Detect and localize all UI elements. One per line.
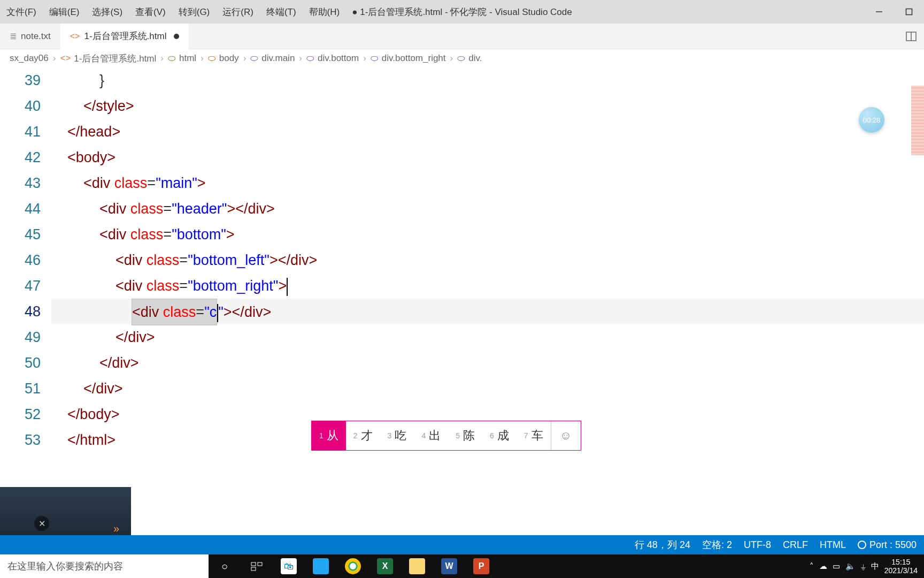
menu-run[interactable]: 运行(R) — [216, 6, 260, 18]
window-minimize-button[interactable] — [864, 0, 894, 24]
chevron-right-icon: › — [363, 53, 366, 64]
chevron-right-icon: › — [201, 53, 204, 64]
taskbar-app-chrome[interactable] — [337, 554, 369, 578]
tab-label: note.txt — [21, 31, 51, 42]
windows-taskbar: 在这里输入你要搜索的内容 ○ 🛍 X W P ˄ ☁ ▭ 🔈 ⏚ 中 15:15… — [0, 554, 924, 578]
status-cursor-position[interactable]: 行 48，列 24 — [635, 538, 690, 551]
secondary-cursor — [287, 278, 288, 296]
menu-edit[interactable]: 编辑(E) — [43, 6, 86, 18]
status-encoding[interactable]: UTF-8 — [744, 539, 771, 551]
dirty-indicator-icon — [174, 34, 179, 39]
svg-rect-5 — [258, 562, 262, 566]
breadcrumb[interactable]: sx_day06 › <>1-后台管理系统.html › ⬭html › ⬭bo… — [0, 49, 924, 67]
screen-recorder-timer[interactable]: 00:28 — [859, 107, 884, 133]
tray-volume-icon[interactable]: 🔈 — [845, 561, 856, 571]
cortana-icon[interactable]: ○ — [209, 554, 241, 578]
svg-rect-1 — [906, 9, 912, 15]
tray-wifi-icon[interactable]: ⏚ — [861, 562, 866, 571]
menu-help[interactable]: 帮助(H) — [303, 6, 346, 18]
status-bar: 行 48，列 24 空格: 2 UTF-8 CRLF HTML Port : 5… — [0, 535, 924, 554]
tray-date: 2021/3/14 — [884, 566, 918, 575]
video-overlay-thumbnail[interactable]: ✕ » — [0, 487, 131, 542]
tray-battery-icon[interactable]: ▭ — [833, 561, 840, 571]
status-live-server[interactable]: Port : 5500 — [858, 539, 917, 551]
svg-rect-4 — [251, 562, 256, 566]
tray-time: 15:15 — [884, 558, 918, 566]
breadcrumb-item[interactable]: ⬭div.bottom_right — [371, 53, 446, 64]
close-icon[interactable]: ✕ — [34, 516, 49, 531]
menu-file[interactable]: 文件(F) — [0, 6, 43, 18]
file-text-icon: ≣ — [10, 31, 17, 41]
timer-label: 00:28 — [863, 116, 881, 124]
file-html-icon: <> — [70, 32, 80, 41]
chevron-right-icon: › — [160, 53, 164, 64]
ime-emoji-button[interactable]: ☺ — [551, 421, 581, 450]
taskbar-app-vscode[interactable] — [305, 554, 337, 578]
breadcrumb-item[interactable]: ⬭div.main — [250, 53, 295, 64]
chevron-right-icon: › — [450, 53, 453, 64]
ime-candidate-list[interactable]: 1从 2才 3吃 4出 5陈 6成 7车 ☺ — [311, 421, 581, 451]
system-tray[interactable]: ˄ ☁ ▭ 🔈 ⏚ 中 15:15 2021/3/14 — [810, 558, 924, 575]
ime-candidate[interactable]: 3吃 — [380, 421, 414, 450]
expand-icon[interactable]: » — [113, 522, 119, 535]
breadcrumb-item[interactable]: ⬭div.bottom — [306, 53, 359, 64]
ime-candidate[interactable]: 2才 — [346, 421, 380, 450]
taskbar-app-powerpoint[interactable]: P — [465, 554, 497, 578]
menu-select[interactable]: 选择(S) — [86, 6, 129, 18]
tab-bar: ≣ note.txt <> 1-后台管理系统.html — [0, 24, 924, 49]
tray-clock[interactable]: 15:15 2021/3/14 — [884, 558, 918, 575]
menu-terminal[interactable]: 终端(T) — [260, 6, 303, 18]
menu-bar: 文件(F) 编辑(E) 选择(S) 查看(V) 转到(G) 运行(R) 终端(T… — [0, 0, 924, 24]
chevron-right-icon: › — [53, 53, 56, 64]
code-content[interactable]: } </style> </head> <body> <div class="ma… — [51, 67, 924, 453]
code-editor[interactable]: 394041424344454647484950515253 } </style… — [0, 67, 924, 496]
tab-note[interactable]: ≣ note.txt — [0, 24, 60, 49]
taskbar-app-excel[interactable]: X — [369, 554, 401, 578]
taskbar-app-word[interactable]: W — [433, 554, 465, 578]
breadcrumb-item[interactable]: <>1-后台管理系统.html — [60, 52, 156, 65]
menu-goto[interactable]: 转到(G) — [172, 6, 217, 18]
split-editor-icon[interactable] — [906, 31, 924, 42]
ime-candidate[interactable]: 5陈 — [448, 421, 482, 450]
status-indent[interactable]: 空格: 2 — [702, 538, 732, 551]
breadcrumb-item[interactable]: ⬭html — [168, 53, 196, 64]
ime-candidate[interactable]: 4出 — [414, 421, 448, 450]
tray-onedrive-icon[interactable]: ☁ — [819, 561, 827, 571]
tray-chevron-up-icon[interactable]: ˄ — [810, 561, 814, 571]
status-eol[interactable]: CRLF — [783, 539, 808, 551]
ime-candidate[interactable]: 6成 — [482, 421, 517, 450]
tab-label: 1-后台管理系统.html — [84, 30, 166, 42]
tab-html-active[interactable]: <> 1-后台管理系统.html — [60, 24, 189, 49]
taskbar-app-explorer[interactable] — [401, 554, 433, 578]
ime-candidate[interactable]: 7车 — [517, 421, 551, 450]
breadcrumb-item[interactable]: ⬭body — [208, 53, 239, 64]
task-view-icon[interactable] — [241, 554, 273, 578]
menu-view[interactable]: 查看(V) — [129, 6, 172, 18]
svg-rect-6 — [251, 567, 256, 571]
line-number-gutter: 394041424344454647484950515253 — [0, 67, 51, 453]
chevron-right-icon: › — [243, 53, 247, 64]
tray-ime-indicator[interactable]: 中 — [871, 561, 879, 572]
status-language[interactable]: HTML — [820, 539, 846, 551]
chevron-right-icon: › — [299, 53, 302, 64]
taskbar-search-input[interactable]: 在这里输入你要搜索的内容 — [0, 554, 209, 578]
ime-candidate[interactable]: 1从 — [312, 421, 346, 450]
breadcrumb-item[interactable]: ⬭div. — [457, 53, 482, 64]
window-maximize-button[interactable] — [894, 0, 924, 24]
broadcast-icon — [858, 541, 866, 549]
minimap[interactable] — [911, 86, 924, 155]
taskbar-app-store[interactable]: 🛍 — [273, 554, 305, 578]
window-title: ● 1-后台管理系统.html - 怀化学院 - Visual Studio C… — [352, 6, 572, 18]
breadcrumb-item[interactable]: sx_day06 — [10, 53, 49, 64]
